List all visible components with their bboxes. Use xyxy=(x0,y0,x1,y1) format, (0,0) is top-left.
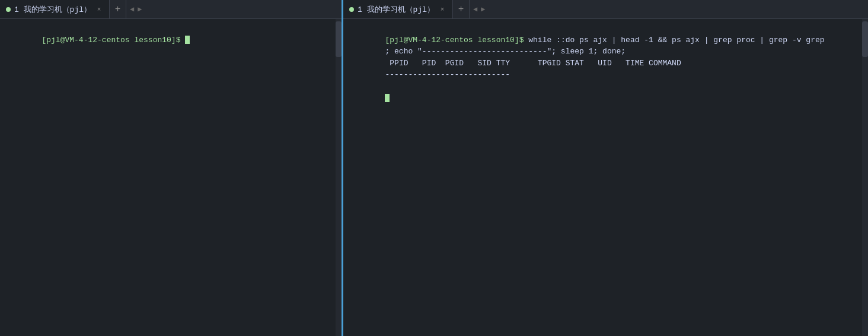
right-tab-label: 1 我的学习机（pjl） xyxy=(358,4,435,15)
right-tab-bar: 1 我的学习机（pjl） × + ◀ ▶ xyxy=(343,0,868,19)
left-tab-bar: 1 我的学习机（pjl） × + ◀ ▶ xyxy=(0,0,342,19)
app-container: 1 我的学习机（pjl） × + ◀ ▶ [pjl@VM-4-12-centos… xyxy=(0,0,868,336)
right-cmd-line2: ; echo "---------------------------"; sl… xyxy=(385,47,626,56)
left-panel: 1 我的学习机（pjl） × + ◀ ▶ [pjl@VM-4-12-centos… xyxy=(0,0,342,336)
left-tab-close[interactable]: × xyxy=(95,5,103,14)
left-tab-active[interactable]: 1 我的学习机（pjl） × xyxy=(0,0,110,18)
right-terminal-pane: [pjl@VM-4-12-centos lesson10]$ while ::d… xyxy=(343,19,868,336)
right-cursor xyxy=(385,94,390,102)
right-tab-active[interactable]: 1 我的学习机（pjl） × xyxy=(343,0,453,18)
left-scrollbar-thumb[interactable] xyxy=(336,21,342,57)
right-tab-add[interactable]: + xyxy=(453,0,470,18)
left-terminal-content[interactable]: [pjl@VM-4-12-centos lesson10]$ xyxy=(0,19,342,61)
right-tab-nav: ◀ ▶ xyxy=(470,5,489,14)
left-tab-label: 1 我的学习机（pjl） xyxy=(14,4,91,15)
right-scrollbar-thumb[interactable] xyxy=(862,21,868,57)
right-cmd-line1: while ::do ps ajx | head -1 && ps ajx | … xyxy=(524,36,824,45)
right-panel: 1 我的学习机（pjl） × + ◀ ▶ [pjl@VM-4-12-centos… xyxy=(343,0,868,336)
left-nav-right[interactable]: ▶ xyxy=(136,5,143,14)
left-terminal-pane: [pjl@VM-4-12-centos lesson10]$ xyxy=(0,19,342,336)
right-output-divider: --------------------------- xyxy=(385,70,510,79)
left-tab-add[interactable]: + xyxy=(110,0,126,18)
right-tab-close[interactable]: × xyxy=(438,5,446,14)
left-nav-left[interactable]: ◀ xyxy=(129,5,135,14)
left-tab-nav: ◀ ▶ xyxy=(126,5,145,14)
left-prompt: [pjl@VM-4-12-centos lesson10]$ xyxy=(42,36,185,45)
right-nav-right[interactable]: ▶ xyxy=(480,5,486,14)
right-terminal-content[interactable]: [pjl@VM-4-12-centos lesson10]$ while ::d… xyxy=(343,19,868,119)
right-scrollbar[interactable] xyxy=(862,19,868,336)
left-scrollbar[interactable] xyxy=(336,19,342,336)
right-nav-left[interactable]: ◀ xyxy=(472,5,478,14)
right-cursor-line xyxy=(348,93,385,102)
right-prompt: [pjl@VM-4-12-centos lesson10]$ xyxy=(385,36,524,45)
right-output-header: PPID PID PGID SID TTY TPGID STAT UID TIM… xyxy=(385,59,681,68)
right-tab-dot xyxy=(349,7,354,12)
left-tab-dot xyxy=(6,7,11,12)
left-cursor xyxy=(185,36,190,44)
